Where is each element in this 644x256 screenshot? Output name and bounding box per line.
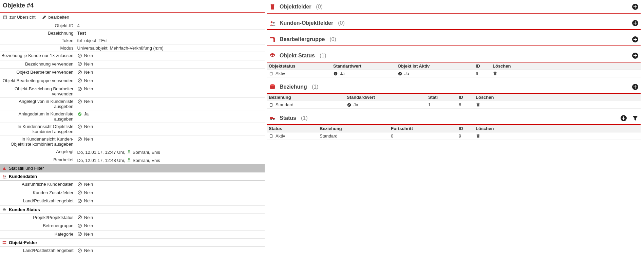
cell: Standard (320, 133, 391, 139)
layers-icon (269, 52, 276, 59)
filter-icon (632, 115, 639, 122)
filter-button[interactable] (631, 114, 639, 122)
trash-icon[interactable] (493, 71, 497, 76)
section-header-objekt-felder[interactable]: Objekt-Felder (0, 239, 265, 247)
add-button[interactable] (631, 52, 639, 60)
svg-rect-59 (633, 55, 637, 56)
svg-line-29 (78, 183, 81, 185)
panel-bearbeitergruppe: Bearbeitergruppe(0) (267, 33, 641, 46)
svg-rect-40 (3, 241, 6, 242)
svg-rect-84 (270, 134, 272, 138)
detail-label: Objekt Bearbeiter verwenden (0, 69, 76, 77)
delete-cell[interactable] (476, 134, 503, 139)
svg-point-49 (271, 21, 273, 23)
detail-value: Nein (76, 222, 265, 231)
detail-row: Objekt-ID4 (0, 22, 265, 30)
list-icon (3, 15, 7, 20)
detail-label: Angelegt (0, 148, 76, 156)
svg-line-31 (78, 191, 81, 194)
panel-kunden-objektfelder: Kunden-Objektfelder(0) (267, 16, 641, 30)
panel-title: Bearbeitergruppe (280, 36, 325, 42)
svg-line-11 (78, 79, 81, 82)
svg-point-80 (273, 119, 274, 120)
detail-row: Kunden ZusatzfelderNein (0, 189, 265, 197)
delete-cell[interactable] (476, 103, 503, 107)
add-button[interactable] (631, 35, 639, 43)
overview-button[interactable]: zur Übersicht (3, 15, 36, 20)
col-header: Stati (428, 95, 459, 100)
svg-line-7 (78, 63, 81, 65)
panel-count: (1) (312, 84, 319, 90)
col-header: Löschen (476, 95, 503, 100)
section-header-kundendaten[interactable]: Kundendaten (0, 172, 265, 181)
detail-label: Modus (0, 44, 76, 52)
no-icon (77, 61, 82, 66)
col-header: ID (459, 126, 476, 131)
section-header-statistik-und-filter[interactable]: Statistik und Filter (0, 164, 265, 172)
panel-title: Objekt-Status (280, 53, 315, 59)
trash-icon[interactable] (476, 103, 480, 107)
detail-label: Land/Postleitzahlengebiet (0, 247, 76, 255)
clipboard-icon (269, 103, 273, 107)
table-row[interactable]: AktivJaJa6 (267, 70, 641, 77)
svg-point-68 (270, 84, 275, 86)
add-button[interactable] (620, 114, 628, 122)
col-header: ID (476, 63, 493, 69)
svg-point-22 (128, 158, 130, 160)
stats-icon (2, 166, 7, 171)
edit-button[interactable]: bearbeiten (42, 15, 69, 20)
svg-point-21 (128, 150, 130, 152)
add-icon (632, 20, 639, 26)
user-icon (127, 157, 131, 162)
detail-value: Nein (76, 52, 265, 60)
boomerang-icon (269, 36, 276, 43)
panel-header-kunden-objektfelder[interactable]: Kunden-Objektfelder(0) (267, 16, 641, 30)
svg-rect-73 (270, 103, 272, 104)
trash-icon[interactable] (476, 134, 480, 139)
detail-row: BetreuergruppeNein (0, 222, 265, 231)
detail-label: Bezeichnung (0, 30, 76, 37)
svg-rect-53 (633, 23, 637, 23)
detail-label: Anlagedatum in Kundenliste ausgeben (0, 110, 76, 123)
panel-title: Kunden-Objektfelder (280, 20, 333, 26)
panel-header-objekt-status[interactable]: Objekt-Status(1) (267, 49, 641, 62)
detail-row: Objekt-Bezeichung Bearbeiter verwendenNe… (0, 85, 265, 98)
table-row[interactable]: AktivStandard09 (267, 132, 641, 140)
detail-value: Universalobjekt: Mehrfach-Verknüfung (n:… (76, 44, 265, 52)
left-column: Objekte #4 zur Übersicht bearbeiten Obje… (0, 0, 265, 256)
table-row[interactable]: StandardJa16 (267, 101, 641, 109)
add-button[interactable] (631, 83, 639, 91)
panel-header-beziehung[interactable]: Beziehung(1) (267, 80, 641, 94)
no-icon (77, 53, 82, 58)
svg-rect-88 (477, 134, 479, 134)
add-button[interactable] (631, 19, 639, 27)
add-button[interactable] (631, 3, 639, 11)
clipboard-icon (269, 134, 273, 139)
delete-cell[interactable] (493, 71, 520, 76)
detail-label: Beziehung je Kunde nur 1× zulassen (0, 52, 76, 60)
col-header: Objekt ist Aktiv (398, 63, 476, 69)
svg-line-35 (78, 216, 81, 219)
no-icon (77, 99, 82, 104)
panel-header-status[interactable]: Status(1) (267, 111, 641, 125)
add-icon (632, 52, 639, 59)
svg-line-33 (78, 200, 81, 202)
detail-label: Land/Postleitzahlengebiet (0, 197, 76, 206)
detail-value: Nein (76, 247, 265, 255)
detail-value: Do, 12.01.17, 12:48 Uhr, Somrani, Enis (76, 156, 265, 164)
panel-objektfelder: Objektfelder(0) (267, 0, 641, 14)
col-header: ID (459, 95, 476, 100)
detail-label: Kategorie (0, 230, 76, 239)
detail-value: Nein (76, 189, 265, 197)
svg-rect-76 (477, 103, 480, 104)
detail-label: Objekt-Bezeichung Bearbeiter verwenden (0, 85, 76, 98)
panel-header-objektfelder[interactable]: Objektfelder(0) (267, 0, 641, 14)
detail-value: Nein (76, 197, 265, 206)
panel-title: Status (280, 115, 296, 121)
cloud-icon (2, 207, 7, 212)
detail-row: Land/PostleitzahlengebietNein (0, 247, 265, 255)
svg-rect-2 (4, 17, 6, 18)
section-table: Ausführliche KundendatenNeinKunden Zusat… (0, 181, 265, 206)
panel-header-bearbeitergruppe[interactable]: Bearbeitergruppe(0) (267, 33, 641, 46)
section-header-kunden-status[interactable]: Kunden Status (0, 206, 265, 214)
